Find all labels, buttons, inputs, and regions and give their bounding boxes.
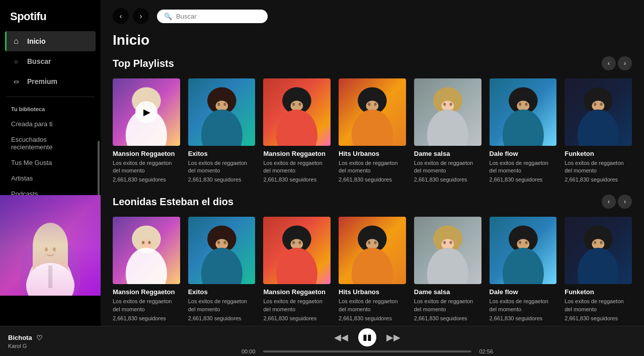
play-overlay[interactable]: ▶ bbox=[135, 101, 157, 123]
main-content: ‹ › 🔍 Inicio Top Playlists ‹ › bbox=[101, 0, 644, 326]
player-next-button[interactable]: ▶▶ bbox=[386, 332, 400, 343]
nav-forward-button[interactable]: › bbox=[133, 8, 149, 24]
playlist-card-desc: Los exitos de reggaeton del momento bbox=[113, 298, 180, 313]
playlist-card-desc: Los exitos de reggaeton del momento bbox=[414, 159, 481, 175]
playlist-card-image bbox=[188, 217, 256, 284]
section-header-top-playlists: Top Playlists ‹ › bbox=[113, 56, 632, 70]
svg-point-56 bbox=[142, 241, 144, 244]
player-play-pause-button[interactable]: ▮▮ bbox=[358, 328, 376, 346]
svg-point-92 bbox=[594, 241, 596, 244]
playlist-card-image bbox=[188, 78, 256, 146]
playlist-card[interactable]: ▶ Mansion Reggaeton Los exitos de reggae… bbox=[113, 78, 180, 183]
heart-icon[interactable]: ♡ bbox=[36, 334, 43, 342]
svg-point-73 bbox=[352, 248, 393, 284]
playlist-card-image bbox=[565, 217, 632, 284]
svg-point-61 bbox=[201, 248, 242, 284]
person-illustration bbox=[414, 217, 481, 284]
player-bar: Bichota ♡ Karol G ◀◀ ▮▮ ▶▶ 00:00 02:56 bbox=[0, 326, 644, 356]
sidebar-item-premium[interactable]: ▭ Premium bbox=[5, 71, 96, 92]
player-controls: ◀◀ ▮▮ ▶▶ 00:00 02:56 bbox=[99, 328, 636, 354]
top-playlists-grid: ▶ Mansion Reggaeton Los exitos de reggae… bbox=[113, 78, 632, 183]
svg-point-51 bbox=[600, 103, 603, 106]
top-playlists-prev-button[interactable]: ‹ bbox=[602, 56, 616, 70]
svg-point-75 bbox=[374, 241, 377, 244]
playlist-card-image bbox=[339, 217, 406, 284]
album-art-illustration bbox=[0, 195, 101, 296]
player-progress-track[interactable] bbox=[263, 350, 471, 352]
second-section-next-button[interactable]: › bbox=[618, 195, 632, 209]
playlist-card-followers: 2,661,830 seguidores bbox=[565, 315, 632, 321]
person-illustration bbox=[414, 78, 481, 146]
playlist-card-name: Mansion Reggaeton bbox=[113, 288, 180, 296]
sidebar-scrollbar[interactable] bbox=[98, 141, 100, 201]
sidebar-item-inicio[interactable]: ⌂ Inicio bbox=[5, 31, 96, 51]
svg-point-37 bbox=[427, 110, 468, 146]
sidebar-item-buscar-label: Buscar bbox=[27, 57, 51, 65]
second-section: Leonidas Esteban el dios ‹ › Mansion Reg… bbox=[101, 191, 644, 326]
svg-point-27 bbox=[299, 103, 301, 106]
player-prev-button[interactable]: ◀◀ bbox=[334, 332, 348, 343]
second-section-prev-button[interactable]: ‹ bbox=[602, 195, 616, 209]
playlist-card[interactable]: Dale flow Los exitos de reggaeton del mo… bbox=[490, 217, 557, 321]
svg-point-49 bbox=[578, 110, 619, 146]
search-input[interactable] bbox=[176, 13, 261, 20]
svg-point-43 bbox=[502, 110, 543, 146]
playlist-card[interactable]: Funketon Los exitos de reggaeton del mom… bbox=[565, 217, 632, 321]
premium-icon: ▭ bbox=[11, 76, 21, 86]
svg-rect-9 bbox=[48, 265, 52, 288]
svg-point-20 bbox=[217, 103, 220, 106]
playlist-card-image bbox=[414, 78, 481, 146]
sidebar-library-creada[interactable]: Creada para ti bbox=[5, 116, 96, 132]
playlist-card[interactable]: Dale flow Los exitos de reggaeton del mo… bbox=[490, 78, 557, 183]
playlist-card-followers: 2,661,830 seguidores bbox=[188, 315, 256, 321]
playlist-card-name: Dale flow bbox=[490, 150, 557, 157]
playlist-card[interactable]: Mansion Reggaeton Los exitos de reggaeto… bbox=[263, 78, 331, 183]
playlist-card-desc: Los exitos de reggaeton del momento bbox=[113, 159, 180, 175]
search-input-icon: 🔍 bbox=[164, 13, 172, 20]
sidebar-library-recientes[interactable]: Escuchados recientemente bbox=[5, 132, 96, 155]
playlist-card-image bbox=[113, 217, 180, 284]
search-bar-container: 🔍 bbox=[157, 10, 268, 23]
svg-point-93 bbox=[600, 241, 603, 244]
top-bar: ‹ › 🔍 bbox=[101, 0, 644, 32]
playlist-card-followers: 2,661,830 seguidores bbox=[490, 315, 557, 321]
playlist-card[interactable]: Funketon Los exitos de reggaeton del mom… bbox=[565, 78, 632, 183]
playlist-card[interactable]: Mansion Reggaeton Los exitos de reggaeto… bbox=[113, 217, 180, 321]
person-illustration bbox=[565, 78, 632, 146]
sidebar-library-me-gusta[interactable]: Tus Me Gusta bbox=[5, 155, 96, 170]
page-title: Inicio bbox=[101, 32, 644, 52]
playlist-card-followers: 2,661,830 seguidores bbox=[565, 176, 632, 183]
app-logo: Spotifu bbox=[0, 0, 101, 31]
playlist-card-name: Funketon bbox=[565, 288, 632, 296]
playlist-card-name: Funketon bbox=[565, 150, 632, 157]
playlist-card-desc: Los exitos de reggaeton del momento bbox=[188, 159, 256, 175]
person-illustration bbox=[565, 217, 632, 284]
playlist-card-name: Dale flow bbox=[490, 288, 557, 296]
svg-point-26 bbox=[293, 103, 295, 106]
section-header-second: Leonidas Esteban el dios ‹ › bbox=[113, 195, 632, 209]
playlist-card-desc: Los exitos de reggaeton del momento bbox=[339, 159, 406, 175]
playlist-card[interactable]: Dame salsa Los exitos de reggaeton del m… bbox=[414, 217, 481, 321]
playlist-card-image bbox=[490, 217, 557, 284]
playlist-card[interactable]: Exitos Los exitos de reggaeton del momen… bbox=[188, 78, 256, 183]
top-playlists-next-button[interactable]: › bbox=[618, 56, 632, 70]
sidebar-item-buscar[interactable]: ○ Buscar bbox=[5, 51, 96, 71]
nav-back-button[interactable]: ‹ bbox=[113, 8, 129, 24]
playlist-card-image bbox=[263, 78, 331, 146]
playlist-card-name: Mansion Reggaeton bbox=[113, 150, 180, 157]
library-items: Creada para ti Escuchados recientemente … bbox=[0, 116, 101, 202]
svg-point-55 bbox=[126, 248, 167, 284]
sidebar-library-artistas[interactable]: Artistas bbox=[5, 170, 96, 186]
svg-point-63 bbox=[223, 241, 226, 244]
playlist-card-name: Hits Urbanos bbox=[339, 288, 406, 296]
playlist-card[interactable]: Exitos Los exitos de reggaeton del momen… bbox=[188, 217, 256, 321]
player-track-name: Bichota bbox=[8, 334, 32, 341]
home-icon: ⌂ bbox=[11, 36, 21, 46]
playlist-card[interactable]: Hits Urbanos Los exitos de reggaeton del… bbox=[339, 78, 406, 183]
playlist-card[interactable]: Mansion Reggaeton Los exitos de reggaeto… bbox=[263, 217, 331, 321]
search-icon: ○ bbox=[11, 56, 21, 66]
playlist-card[interactable]: Hits Urbanos Los exitos de reggaeton del… bbox=[339, 217, 406, 321]
second-section-title: Leonidas Esteban el dios bbox=[113, 196, 233, 208]
playlist-card-followers: 2,661,830 seguidores bbox=[339, 315, 406, 321]
playlist-card[interactable]: Dame salsa Los exitos de reggaeton del m… bbox=[414, 78, 481, 183]
